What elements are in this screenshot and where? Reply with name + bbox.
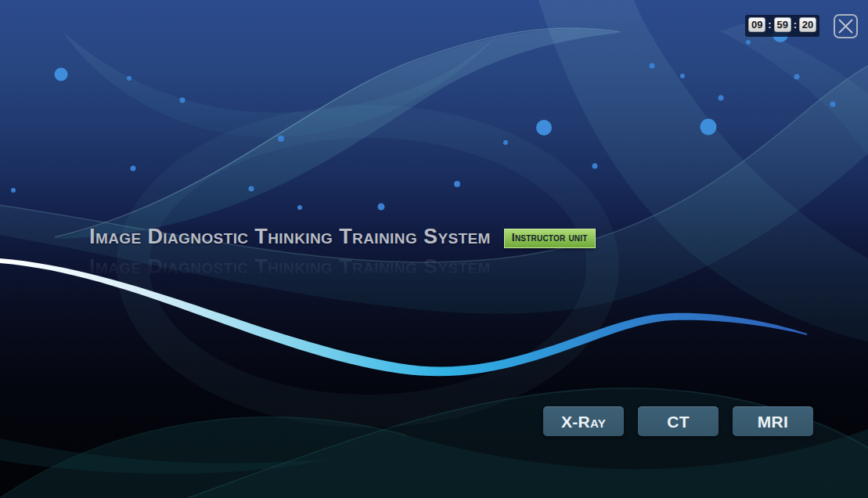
instructor-unit-badge: Instructor unit (504, 229, 596, 248)
teal-swirls (0, 0, 868, 411)
modality-buttons: X-Ray CT MRI (543, 406, 813, 436)
mri-button[interactable]: MRI (733, 406, 813, 436)
ct-button[interactable]: CT (638, 406, 719, 436)
clock-hours-field[interactable]: 09 (748, 17, 765, 32)
page-title: Image Diagnostic Thinking Training Syste… (89, 226, 491, 249)
clock-separator: : (793, 20, 798, 30)
close-button[interactable] (834, 14, 858, 38)
xray-button[interactable]: X-Ray (543, 406, 624, 436)
clock-seconds-field[interactable]: 20 (799, 17, 816, 32)
clock-separator: : (767, 20, 772, 30)
clock-widget: 09 : 59 : 20 (745, 15, 819, 37)
close-icon (838, 19, 853, 34)
title-row: Image Diagnostic Thinking Training Syste… (89, 226, 596, 249)
title-reflection: Image Diagnostic Thinking Training Syste… (89, 255, 491, 278)
clock-minutes-field[interactable]: 59 (774, 17, 791, 32)
main-screen: 09 : 59 : 20 Image Diagnostic Thinking T… (0, 0, 868, 498)
